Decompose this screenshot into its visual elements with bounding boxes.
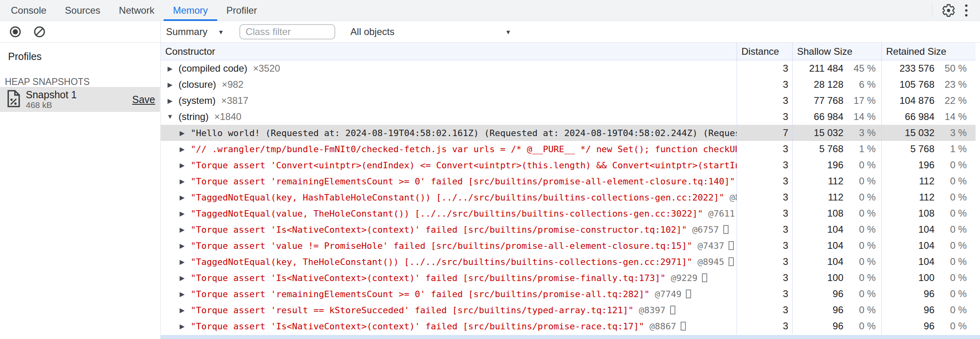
- size-percent: 1 %: [843, 143, 876, 155]
- constructor-label: "Torque assert 'Is<NativeContext>(contex…: [191, 225, 687, 235]
- distance-cell: 3: [737, 221, 792, 238]
- object-id: @8945: [698, 257, 724, 267]
- collapsed-arrow-icon[interactable]: ▶: [178, 161, 187, 169]
- retained-size-cell: 5 7681 %: [881, 141, 976, 157]
- tab-profiler[interactable]: Profiler: [217, 0, 266, 21]
- table-row[interactable]: ▶"// .wrangler/tmp/bundle-FmNIt0/checked…: [161, 141, 976, 157]
- size-percent: 23 %: [934, 79, 967, 90]
- tab-memory[interactable]: Memory: [164, 0, 217, 21]
- retainers-pane-edge: [161, 335, 980, 339]
- constructor-label: "Torque assert 'Is<NativeContext>(contex…: [191, 273, 666, 283]
- expanded-arrow-icon[interactable]: ▼: [166, 113, 174, 120]
- object-id: @7437: [698, 241, 724, 251]
- table-row[interactable]: ▶"Torque assert 'Convert<uintptr>(endInd…: [161, 157, 976, 173]
- tab-sources[interactable]: Sources: [56, 0, 110, 21]
- grid-body: ▶(compiled code)×35203211 48445 %233 576…: [161, 60, 976, 334]
- summary-toolbar: Summary ▼ All objects ▼: [160, 21, 980, 42]
- settings-gear-icon[interactable]: [940, 2, 957, 19]
- table-row[interactable]: ▶"Torque assert 'result == kStoreSuccede…: [161, 302, 976, 318]
- size-percent: 45 %: [843, 63, 876, 74]
- constructor-cell: ▶"Torque assert 'Is<NativeContext>(conte…: [161, 270, 737, 286]
- collapsed-arrow-icon[interactable]: ▶: [178, 210, 187, 217]
- table-row[interactable]: ▶"Torque assert 'Is<NativeContext>(conte…: [161, 318, 976, 334]
- distance-cell: 3: [737, 189, 792, 205]
- shallow-size-cell: 15 0323 %: [792, 125, 881, 141]
- constructor-cell: ▶"Torque assert 'Is<NativeContext>(conte…: [161, 318, 737, 334]
- distance-cell: 3: [737, 157, 792, 173]
- retained-size-cell: 960 %: [881, 286, 976, 302]
- collapsed-arrow-icon[interactable]: ▶: [178, 274, 187, 282]
- tab-console[interactable]: Console: [2, 0, 56, 21]
- size-percent: 0 %: [934, 176, 967, 187]
- panel-divider[interactable]: [160, 21, 161, 339]
- constructor-cell: ▶"Torque assert 'remainingElementsCount …: [161, 286, 737, 302]
- constructor-label: (string): [179, 111, 209, 122]
- column-header-constructor[interactable]: Constructor: [161, 43, 737, 60]
- collapsed-arrow-icon[interactable]: ▶: [178, 178, 187, 185]
- collapsed-arrow-icon[interactable]: ▶: [178, 290, 187, 298]
- table-row[interactable]: ▶(compiled code)×35203211 48445 %233 576…: [161, 60, 976, 76]
- table-row[interactable]: ▶"Torque assert 'remainingElementsCount …: [161, 173, 976, 189]
- object-id: @6757: [692, 225, 719, 235]
- column-header-shallow-size[interactable]: Shallow Size: [792, 43, 881, 60]
- table-row[interactable]: ▶"Hello world! (Requested at: 2024-08-19…: [161, 125, 976, 141]
- collapsed-arrow-icon[interactable]: ▶: [178, 322, 187, 330]
- collapsed-arrow-icon[interactable]: ▶: [166, 81, 174, 89]
- table-row[interactable]: ▶"TaggedNotEqual(key, TheHoleConstant())…: [161, 254, 976, 270]
- column-header-distance[interactable]: Distance: [737, 43, 792, 60]
- constructor-cell: ▶"Torque assert 'result == kStoreSuccede…: [161, 302, 737, 318]
- table-row[interactable]: ▶(system)×3817377 76817 %104 87622 %: [161, 93, 976, 109]
- clear-profiles-button[interactable]: [32, 25, 47, 39]
- size-percent: 3 %: [843, 127, 876, 138]
- table-row[interactable]: ▶"TaggedNotEqual(key, HashTableHoleConst…: [161, 189, 976, 205]
- heap-snapshots-heading: HEAP SNAPSHOTS: [5, 76, 89, 87]
- instance-count: ×982: [222, 79, 243, 90]
- collapsed-arrow-icon[interactable]: ▶: [178, 306, 187, 314]
- constructor-label: "// .wrangler/tmp/bundle-FmNIt0/checked-…: [191, 144, 737, 154]
- collapsed-arrow-icon[interactable]: ▶: [178, 258, 187, 266]
- constructor-cell: ▶"TaggedNotEqual(key, TheHoleConstant())…: [161, 254, 737, 270]
- retained-size-cell: 1120 %: [881, 173, 976, 189]
- shallow-size-cell: 1120 %: [792, 173, 881, 189]
- distance-cell: 3: [737, 173, 792, 189]
- record-heap-snapshot-button[interactable]: [8, 25, 23, 39]
- more-options-icon[interactable]: [957, 2, 975, 19]
- table-row[interactable]: ▶"Torque assert 'Is<NativeContext>(conte…: [161, 270, 976, 286]
- constructor-label: "Torque assert 'remainingElementsCount >…: [191, 289, 650, 299]
- tab-network[interactable]: Network: [110, 0, 164, 21]
- object-scope-select[interactable]: All objects ▼: [343, 26, 519, 37]
- snapshot-size: 468 kB: [26, 100, 77, 110]
- collapsed-arrow-icon[interactable]: ▶: [178, 145, 187, 153]
- size-value: 77 768: [814, 95, 843, 106]
- column-header-retained-size[interactable]: Retained Size: [881, 43, 976, 60]
- table-row[interactable]: ▶"Torque assert 'Is<NativeContext>(conte…: [161, 221, 976, 238]
- distance-cell: 3: [737, 238, 792, 254]
- table-row[interactable]: ▶"TaggedNotEqual(value, TheHoleConstant(…: [161, 205, 976, 221]
- collapsed-arrow-icon[interactable]: ▶: [178, 194, 187, 201]
- retained-size-cell: 1040 %: [881, 254, 976, 270]
- table-row[interactable]: ▶(closure)×982328 1286 %105 76823 %: [161, 76, 976, 93]
- missing-glyph-box: [670, 306, 675, 314]
- size-percent: 0 %: [934, 192, 967, 203]
- constructor-label: "TaggedNotEqual(key, TheHoleConstant()) …: [191, 257, 692, 267]
- size-percent: 0 %: [934, 224, 967, 235]
- collapsed-arrow-icon[interactable]: ▶: [166, 97, 174, 105]
- profile-view-select[interactable]: Summary ▼: [166, 26, 224, 37]
- size-percent: 0 %: [843, 256, 876, 267]
- class-filter-input[interactable]: [239, 24, 335, 39]
- size-value: 108: [827, 208, 843, 219]
- collapsed-arrow-icon[interactable]: ▶: [178, 226, 187, 234]
- collapsed-arrow-icon[interactable]: ▶: [178, 242, 187, 250]
- memory-toolbar: Summary ▼ All objects ▼: [0, 21, 980, 43]
- table-row[interactable]: ▶"Torque assert 'value != PromiseHole' f…: [161, 238, 976, 254]
- constructor-label: "Torque assert 'result == kStoreSucceded…: [191, 305, 633, 315]
- tab-strip: ConsoleSourcesNetworkMemoryProfiler: [2, 0, 266, 21]
- collapsed-arrow-icon[interactable]: ▶: [166, 65, 174, 72]
- table-row[interactable]: ▼(string)×1840366 98414 %66 98414 %: [161, 109, 976, 125]
- save-link[interactable]: Save: [132, 94, 155, 105]
- snapshot-item[interactable]: Snapshot 1 468 kB Save: [0, 87, 160, 112]
- chevron-down-icon: ▼: [218, 29, 224, 35]
- table-row[interactable]: ▶"Torque assert 'remainingElementsCount …: [161, 286, 976, 302]
- collapsed-arrow-icon[interactable]: ▶: [178, 129, 187, 137]
- constructor-label: "TaggedNotEqual(key, HashTableHoleConsta…: [191, 192, 725, 203]
